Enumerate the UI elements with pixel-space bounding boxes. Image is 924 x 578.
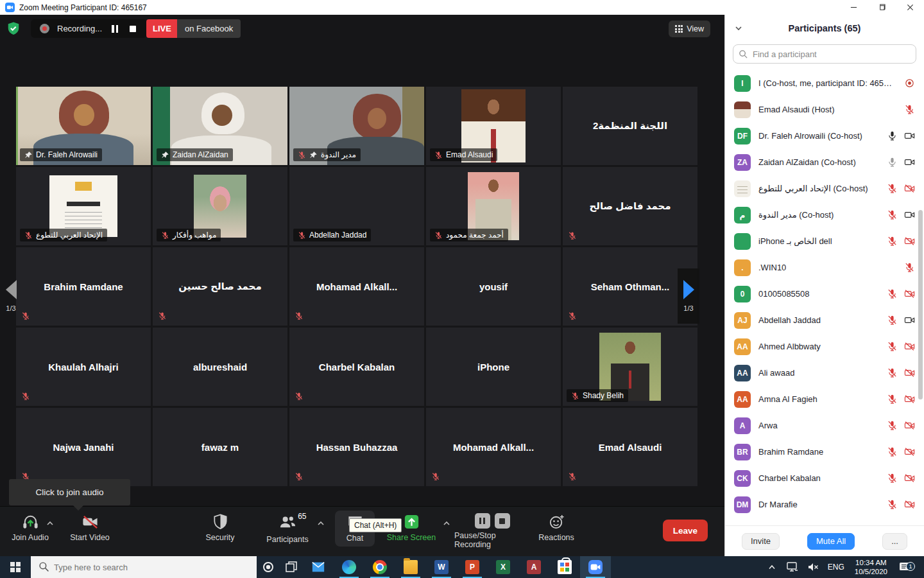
excel-icon: X xyxy=(496,560,510,574)
participant-row[interactable]: I I (Co-host, me, participant ID: 465167… xyxy=(725,70,924,96)
previous-page-arrow[interactable]: 1/3 xyxy=(0,268,22,324)
video-tile[interactable]: Brahim Ramdane xyxy=(16,247,151,326)
mail-taskbar-icon[interactable] xyxy=(303,556,334,578)
access-taskbar-icon[interactable]: A xyxy=(518,556,549,578)
video-tile[interactable]: Mohamad Alkall... xyxy=(426,408,561,486)
participant-row[interactable]: AA Ahmed Albbwaty xyxy=(725,333,924,360)
video-tile[interactable]: Abdellah Jaddad xyxy=(289,167,424,245)
video-tile[interactable]: Khaulah Alhajri xyxy=(16,328,151,406)
taskbar-clock[interactable]: 10:34 AM 10/5/2020 xyxy=(850,558,893,576)
volume-muted-icon[interactable] xyxy=(803,562,823,572)
close-icon[interactable] xyxy=(896,0,924,15)
video-tile[interactable]: مدير الندوة xyxy=(289,87,424,165)
more-options-button[interactable]: ... xyxy=(882,533,907,550)
network-icon[interactable] xyxy=(783,562,802,572)
video-tile[interactable]: اللجنة المنظمة2 xyxy=(563,87,697,165)
video-tile[interactable]: Charbel Kabalan xyxy=(289,328,424,406)
edge-taskbar-icon[interactable] xyxy=(334,556,364,578)
start-video-button[interactable]: Start Video xyxy=(65,513,114,542)
maximize-icon[interactable] xyxy=(868,0,896,15)
cortana-icon[interactable] xyxy=(257,556,280,578)
start-button[interactable] xyxy=(0,556,31,578)
show-hidden-icons-chevron[interactable] xyxy=(762,565,782,570)
video-tile[interactable]: yousif xyxy=(426,247,561,326)
participant-row[interactable]: . .WIN10 xyxy=(725,254,924,281)
participant-search xyxy=(733,44,916,64)
avatar: DM xyxy=(734,496,751,513)
status-icons xyxy=(887,130,915,141)
audio-options-chevron[interactable] xyxy=(46,521,54,526)
participant-row[interactable]: 0 01005085508 xyxy=(725,281,924,307)
video-tile[interactable]: fawaz m xyxy=(153,408,287,486)
video-tile[interactable]: Emad Alsaudi xyxy=(426,87,561,165)
scrollbar-thumb[interactable] xyxy=(918,210,923,399)
video-tile[interactable]: محمد صالح حسين xyxy=(153,247,287,326)
security-button[interactable]: Security xyxy=(199,513,241,542)
video-tile[interactable]: Dr. Faleh Alrowaili xyxy=(16,87,151,165)
excel-taskbar-icon[interactable]: X xyxy=(488,556,518,578)
powerpoint-taskbar-icon[interactable]: P xyxy=(457,556,488,578)
participant-row[interactable]: BR Brahim Ramdane xyxy=(725,439,924,465)
minimize-icon[interactable] xyxy=(839,0,868,15)
notification-badge: 1 xyxy=(906,562,915,571)
camera-muted-icon xyxy=(904,288,915,299)
participant-name: Emad Alsaudi (Host) xyxy=(758,105,835,114)
invite-button[interactable]: Invite xyxy=(742,533,780,550)
participant-row[interactable]: AA Amna Al Fagieh xyxy=(725,386,924,412)
reactions-button[interactable]: Reactions xyxy=(535,513,578,542)
video-tile[interactable]: محمد فاضل صالح xyxy=(563,167,697,245)
participant-name: Najwa Janahi xyxy=(16,408,151,486)
video-tile[interactable]: Mohamad Alkall... xyxy=(289,247,424,326)
participant-row[interactable]: A Arwa xyxy=(725,412,924,439)
language-indicator[interactable]: ENG xyxy=(824,563,848,572)
task-view-icon[interactable] xyxy=(280,556,303,578)
participant-row[interactable]: AA Ali awaad xyxy=(725,360,924,386)
video-tile[interactable]: Hassan Buhazzaa xyxy=(289,408,424,486)
view-button[interactable]: View xyxy=(669,21,710,37)
search-input[interactable] xyxy=(733,44,916,64)
participant-list[interactable]: I I (Co-host, me, participant ID: 465167… xyxy=(725,70,924,525)
video-tile[interactable]: Najwa Janahi xyxy=(16,408,151,486)
zoom-taskbar-icon[interactable] xyxy=(580,556,611,578)
video-tile[interactable]: albureshaid xyxy=(153,328,287,406)
taskbar-search[interactable] xyxy=(31,556,257,578)
participant-row[interactable]: م مدير الندوة (Co-host) xyxy=(725,202,924,228)
word-taskbar-icon[interactable]: W xyxy=(426,556,457,578)
participant-row[interactable]: AJ Abdellah Jaddad xyxy=(725,307,924,333)
stop-recording-icon[interactable] xyxy=(128,24,138,34)
video-tile[interactable]: iPhone xyxy=(426,328,561,406)
mute-all-button[interactable]: Mute All xyxy=(807,533,855,550)
collapse-panel-chevron-icon[interactable] xyxy=(734,24,743,33)
taskbar-search-input[interactable] xyxy=(31,556,257,578)
video-tile[interactable]: Zaidan AlZaidan xyxy=(153,87,287,165)
participant-row[interactable]: DF Dr. Faleh Alrowaili (Co-host) xyxy=(725,123,924,149)
video-tile[interactable]: الإتحاد العربي للتطوع xyxy=(16,167,151,245)
encryption-shield-icon[interactable] xyxy=(6,21,21,35)
pause-recording-icon[interactable] xyxy=(110,24,120,34)
participant-row[interactable]: DM Dr Marafie xyxy=(725,491,924,518)
video-tile[interactable]: Emad Alsaudi xyxy=(563,408,697,486)
explorer-taskbar-icon[interactable] xyxy=(395,556,426,578)
participants-button[interactable]: 65 Participants xyxy=(262,513,313,544)
status-icons xyxy=(887,499,915,510)
video-tile[interactable]: Shady Belih xyxy=(563,328,697,406)
leave-button[interactable]: Leave xyxy=(663,520,708,541)
participant-row[interactable]: ZA Zaidan AlZaidan (Co-host) xyxy=(725,149,924,175)
participants-options-chevron[interactable] xyxy=(317,521,325,526)
stop-recording-icon[interactable] xyxy=(495,513,510,529)
status-icons xyxy=(887,157,915,168)
participant-row[interactable]: الإتحاد العربي للتطوع (Co-host) xyxy=(725,175,924,202)
participant-row[interactable]: Emad Alsaudi (Host) xyxy=(725,96,924,123)
store-taskbar-icon[interactable] xyxy=(549,556,580,578)
next-page-arrow[interactable]: 1/3 xyxy=(678,268,699,324)
pause-stop-recording-button[interactable]: Pause/Stop Recording xyxy=(454,513,530,549)
video-tile[interactable]: أحمد جمعة محمود xyxy=(426,167,561,245)
participant-row[interactable]: CK Charbel Kabalan xyxy=(725,465,924,491)
pause-recording-icon[interactable] xyxy=(475,513,490,529)
share-options-chevron[interactable] xyxy=(443,521,450,526)
join-audio-button[interactable]: Join Audio xyxy=(9,513,51,542)
participant-row[interactable]: iPhone الخاص بـ dell xyxy=(725,228,924,254)
chrome-taskbar-icon[interactable] xyxy=(364,556,395,578)
video-tile[interactable]: مواهب وأفكار xyxy=(153,167,287,245)
action-center-icon[interactable]: 1 xyxy=(894,562,916,572)
